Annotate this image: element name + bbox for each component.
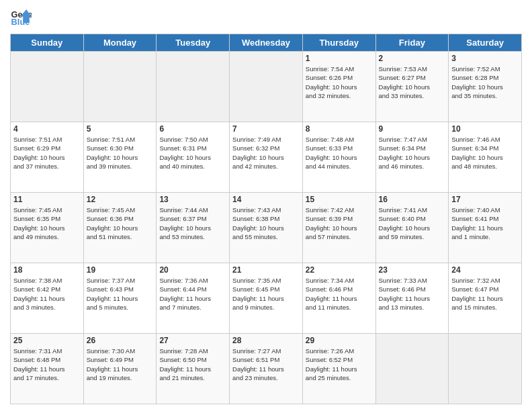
logo: General Blue [10,7,34,28]
weekday-header-friday: Friday [375,34,449,52]
calendar: SundayMondayTuesdayWednesdayThursdayFrid… [10,34,522,404]
calendar-cell: 15Sunrise: 7:42 AMSunset: 6:39 PMDayligh… [302,193,375,263]
day-info: Sunrise: 7:52 AMSunset: 6:28 PMDaylight:… [451,64,519,100]
day-number: 14 [232,195,300,204]
calendar-cell: 13Sunrise: 7:44 AMSunset: 6:37 PMDayligh… [157,193,230,263]
calendar-cell: 8Sunrise: 7:48 AMSunset: 6:33 PMDaylight… [302,122,375,193]
day-info: Sunrise: 7:43 AMSunset: 6:38 PMDaylight:… [232,205,300,241]
calendar-cell: 27Sunrise: 7:28 AMSunset: 6:50 PMDayligh… [157,334,230,404]
calendar-cell: 1Sunrise: 7:54 AMSunset: 6:26 PMDaylight… [302,52,375,122]
day-info: Sunrise: 7:36 AMSunset: 6:44 PMDaylight:… [159,276,226,312]
day-number: 22 [306,265,373,275]
calendar-cell [230,52,303,122]
weekday-header-thursday: Thursday [302,34,375,52]
calendar-cell: 12Sunrise: 7:45 AMSunset: 6:36 PMDayligh… [83,193,157,263]
calendar-cell: 14Sunrise: 7:43 AMSunset: 6:38 PMDayligh… [230,193,303,263]
calendar-cell: 29Sunrise: 7:26 AMSunset: 6:52 PMDayligh… [302,334,375,404]
day-info: Sunrise: 7:26 AMSunset: 6:52 PMDaylight:… [306,347,373,382]
day-number: 18 [13,265,81,275]
day-info: Sunrise: 7:35 AMSunset: 6:45 PMDaylight:… [232,276,300,312]
day-info: Sunrise: 7:40 AMSunset: 6:41 PMDaylight:… [451,205,519,241]
calendar-cell: 5Sunrise: 7:51 AMSunset: 6:30 PMDaylight… [83,122,157,193]
day-info: Sunrise: 7:54 AMSunset: 6:26 PMDaylight:… [306,64,373,100]
day-info: Sunrise: 7:32 AMSunset: 6:47 PMDaylight:… [451,276,519,312]
calendar-cell: 19Sunrise: 7:37 AMSunset: 6:43 PMDayligh… [83,263,157,334]
weekday-header-saturday: Saturday [449,34,522,52]
calendar-week-4: 18Sunrise: 7:38 AMSunset: 6:42 PMDayligh… [11,263,522,334]
calendar-cell: 11Sunrise: 7:45 AMSunset: 6:35 PMDayligh… [11,193,84,263]
calendar-cell: 3Sunrise: 7:52 AMSunset: 6:28 PMDaylight… [449,52,522,122]
day-number: 1 [306,54,373,63]
day-info: Sunrise: 7:37 AMSunset: 6:43 PMDaylight:… [87,276,154,312]
day-info: Sunrise: 7:50 AMSunset: 6:31 PMDaylight:… [159,135,226,171]
day-number: 6 [159,124,226,134]
calendar-cell: 21Sunrise: 7:35 AMSunset: 6:45 PMDayligh… [230,263,303,334]
day-number: 29 [306,336,373,345]
calendar-cell: 7Sunrise: 7:49 AMSunset: 6:32 PMDaylight… [230,122,303,193]
calendar-cell: 22Sunrise: 7:34 AMSunset: 6:46 PMDayligh… [302,263,375,334]
day-info: Sunrise: 7:44 AMSunset: 6:37 PMDaylight:… [159,205,226,241]
calendar-week-2: 4Sunrise: 7:51 AMSunset: 6:29 PMDaylight… [11,122,522,193]
calendar-week-5: 25Sunrise: 7:31 AMSunset: 6:48 PMDayligh… [11,334,522,404]
day-number: 15 [306,195,373,204]
day-info: Sunrise: 7:51 AMSunset: 6:30 PMDaylight:… [87,135,154,171]
day-number: 25 [13,336,81,345]
day-info: Sunrise: 7:28 AMSunset: 6:50 PMDaylight:… [159,347,226,382]
day-info: Sunrise: 7:53 AMSunset: 6:27 PMDaylight:… [379,64,446,100]
calendar-cell: 17Sunrise: 7:40 AMSunset: 6:41 PMDayligh… [449,193,522,263]
calendar-cell: 9Sunrise: 7:47 AMSunset: 6:34 PMDaylight… [375,122,449,193]
calendar-cell: 28Sunrise: 7:27 AMSunset: 6:51 PMDayligh… [230,334,303,404]
calendar-cell: 20Sunrise: 7:36 AMSunset: 6:44 PMDayligh… [157,263,230,334]
day-number: 3 [451,54,519,63]
weekday-header-tuesday: Tuesday [157,34,230,52]
day-number: 23 [379,265,446,275]
page: General Blue SundayMondayTuesdayWednesda… [0,0,532,411]
day-info: Sunrise: 7:34 AMSunset: 6:46 PMDaylight:… [306,276,373,312]
day-number: 17 [451,195,519,204]
day-info: Sunrise: 7:27 AMSunset: 6:51 PMDaylight:… [232,347,300,382]
day-info: Sunrise: 7:48 AMSunset: 6:33 PMDaylight:… [306,135,373,171]
calendar-cell: 6Sunrise: 7:50 AMSunset: 6:31 PMDaylight… [157,122,230,193]
day-number: 28 [232,336,300,345]
weekday-header-monday: Monday [83,34,157,52]
weekday-header-sunday: Sunday [11,34,84,52]
day-info: Sunrise: 7:47 AMSunset: 6:34 PMDaylight:… [379,135,446,171]
calendar-cell [11,52,84,122]
day-number: 2 [379,54,446,63]
day-number: 7 [232,124,300,134]
calendar-header-row: SundayMondayTuesdayWednesdayThursdayFrid… [11,34,522,52]
day-number: 21 [232,265,300,275]
day-info: Sunrise: 7:45 AMSunset: 6:35 PMDaylight:… [13,205,81,241]
calendar-week-3: 11Sunrise: 7:45 AMSunset: 6:35 PMDayligh… [11,193,522,263]
calendar-cell: 4Sunrise: 7:51 AMSunset: 6:29 PMDaylight… [11,122,84,193]
calendar-cell [83,52,157,122]
day-number: 13 [159,195,226,204]
day-info: Sunrise: 7:46 AMSunset: 6:34 PMDaylight:… [451,135,519,171]
calendar-week-1: 1Sunrise: 7:54 AMSunset: 6:26 PMDaylight… [11,52,522,122]
calendar-cell [375,334,449,404]
calendar-cell: 10Sunrise: 7:46 AMSunset: 6:34 PMDayligh… [449,122,522,193]
day-info: Sunrise: 7:51 AMSunset: 6:29 PMDaylight:… [13,135,81,171]
calendar-cell: 2Sunrise: 7:53 AMSunset: 6:27 PMDaylight… [375,52,449,122]
calendar-cell: 24Sunrise: 7:32 AMSunset: 6:47 PMDayligh… [449,263,522,334]
day-number: 16 [379,195,446,204]
day-number: 27 [159,336,226,345]
day-info: Sunrise: 7:49 AMSunset: 6:32 PMDaylight:… [232,135,300,171]
day-info: Sunrise: 7:41 AMSunset: 6:40 PMDaylight:… [379,205,446,241]
calendar-cell: 25Sunrise: 7:31 AMSunset: 6:48 PMDayligh… [11,334,84,404]
day-number: 9 [379,124,446,134]
header: General Blue [10,7,522,28]
calendar-cell [157,52,230,122]
calendar-cell: 18Sunrise: 7:38 AMSunset: 6:42 PMDayligh… [11,263,84,334]
day-info: Sunrise: 7:30 AMSunset: 6:49 PMDaylight:… [87,347,154,382]
logo-icon: General Blue [10,7,32,28]
day-info: Sunrise: 7:31 AMSunset: 6:48 PMDaylight:… [13,347,81,382]
day-info: Sunrise: 7:33 AMSunset: 6:46 PMDaylight:… [379,276,446,312]
weekday-header-wednesday: Wednesday [230,34,303,52]
day-number: 11 [13,195,81,204]
day-info: Sunrise: 7:45 AMSunset: 6:36 PMDaylight:… [87,205,154,241]
day-info: Sunrise: 7:38 AMSunset: 6:42 PMDaylight:… [13,276,81,312]
calendar-cell: 16Sunrise: 7:41 AMSunset: 6:40 PMDayligh… [375,193,449,263]
calendar-cell: 23Sunrise: 7:33 AMSunset: 6:46 PMDayligh… [375,263,449,334]
day-number: 26 [87,336,154,345]
